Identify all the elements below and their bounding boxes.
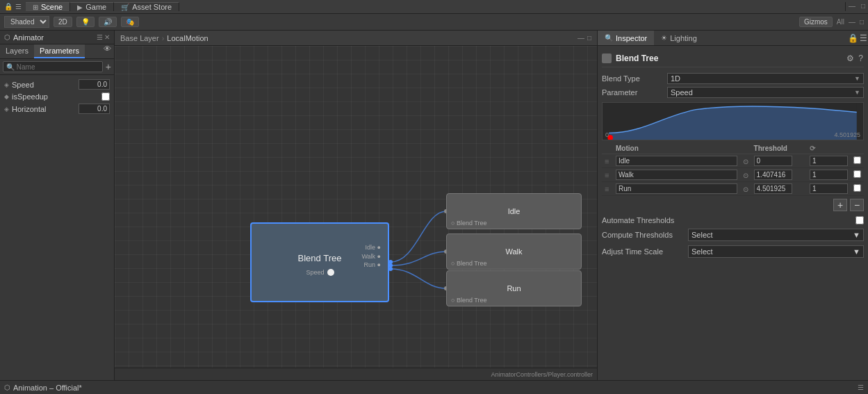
threshold-header: Threshold (751, 143, 807, 154)
param-horizontal: ◈ Horizontal (0, 102, 114, 115)
animator-title-bar: ⬡ Animator ☰ ✕ (0, 31, 114, 44)
tab-asset-store[interactable]: 🛒 Asset Store (114, 2, 179, 11)
motion-table-footer: + − (602, 196, 864, 214)
idle-motion-field[interactable] (616, 156, 737, 166)
inspector-settings-btn[interactable]: ⚙ (846, 53, 855, 64)
label-run: Run ● (361, 261, 381, 270)
run-target-btn[interactable]: ⊙ (743, 186, 748, 193)
walk-motion-field[interactable] (616, 170, 737, 180)
inspector-help-btn[interactable]: ? (858, 53, 864, 64)
automate-row: Automate Thresholds (602, 214, 864, 227)
motion-remove-btn[interactable]: − (850, 199, 864, 211)
horizontal-value[interactable] (79, 104, 110, 114)
parameters-tab-label: Parameters (40, 47, 79, 55)
idle-threshold-field[interactable] (754, 156, 792, 166)
adjust-dropdown[interactable]: Select ▼ (688, 245, 864, 258)
scene-toolbar: Shaded 2D 💡 🔊 🎭 Gizmos All — □ (0, 14, 868, 31)
parameter-dropdown[interactable]: Speed ▼ (667, 87, 864, 98)
breadcrumb-base-layer[interactable]: Base Layer (120, 34, 159, 42)
idle-check-cell (851, 154, 864, 168)
shaded-select[interactable]: Shaded (4, 16, 49, 28)
blend-type-row: Blend Type 1D ▼ (602, 72, 864, 85)
graph-maximize-btn[interactable]: □ (587, 34, 591, 42)
adjust-arrow: ▼ (853, 247, 860, 256)
animation-panel-bar: ⬡ Animation – Official* ☰ (0, 380, 868, 394)
scene-panel-minimize[interactable]: — (849, 18, 855, 26)
walk-checkbox[interactable] (853, 170, 861, 178)
all-label: All (837, 18, 844, 26)
scene-grid-icon: ⊞ (33, 3, 38, 11)
idle-target-cell: ⊙ (740, 154, 751, 168)
animator-close-btn[interactable]: ✕ (104, 33, 110, 41)
tab-scene-label: Scene (41, 3, 63, 11)
inspector-tab-spacer (704, 31, 847, 45)
scene-tabs: ⊞ Scene ▶ Game 🛒 Asset Store — □ (26, 2, 868, 11)
idle-value-field[interactable] (810, 156, 848, 166)
adjust-row: Adjust Time Scale Select ▼ (602, 243, 864, 260)
run-value-field[interactable] (810, 183, 848, 194)
param-isspeedup: ◆ isSpeedup (0, 91, 114, 102)
left-panel: ⬡ Animator ☰ ✕ Layers Parameters 👁 + (0, 31, 115, 380)
lighting-tab[interactable]: ☀ Lighting (654, 31, 704, 45)
run-motion-field[interactable] (616, 183, 737, 194)
main-row: ⬡ Animator ☰ ✕ Layers Parameters 👁 + (0, 31, 868, 380)
blend-type-dropdown[interactable]: 1D ▼ (667, 73, 864, 84)
params-add-btn[interactable]: + (106, 62, 111, 72)
graph-minimize-btn[interactable]: — (578, 34, 584, 42)
lights-button[interactable]: 💡 (76, 17, 95, 27)
label-walk: Walk ● (361, 252, 381, 261)
horizontal-type-icon: ◈ (4, 106, 9, 113)
bool-type-icon: ◆ (4, 93, 9, 100)
idle-target-btn[interactable]: ⊙ (743, 158, 748, 165)
horizontal-label: Horizontal (12, 105, 76, 113)
speed-value[interactable] (79, 79, 110, 90)
asset-store-icon: 🛒 (121, 3, 129, 11)
blend-tree-node[interactable]: Blend Tree Idle ● Walk ● Run ● Speed 0 (250, 222, 389, 302)
run-threshold-field[interactable] (754, 183, 792, 194)
game-play-icon: ▶ (77, 3, 83, 11)
walk-target-btn[interactable]: ⊙ (743, 172, 748, 179)
adjust-value: Select (691, 247, 713, 256)
run-node[interactable]: Run ○ Blend Tree (446, 270, 582, 306)
inspector-tab[interactable]: 🔍 Inspector (598, 31, 654, 45)
tab-scene[interactable]: ⊞ Scene (26, 2, 70, 11)
motion-add-btn[interactable]: + (833, 199, 847, 211)
scene-minimize-btn[interactable]: — (846, 2, 858, 11)
tab-game[interactable]: ▶ Game (70, 2, 114, 11)
lighting-tab-label: Lighting (670, 34, 697, 42)
scene-panel-maximize[interactable]: □ (860, 18, 864, 26)
animator-window-controls: ☰ ✕ (97, 33, 110, 41)
blend-type-arrow: ▼ (854, 75, 860, 82)
walk-connection-label: ○ Blend Tree (451, 260, 486, 267)
speed-type-icon: ◈ (4, 81, 9, 88)
anim-menu-btn[interactable]: ☰ (858, 384, 864, 391)
effects-button[interactable]: 🎭 (121, 17, 139, 27)
2d-button[interactable]: 2D (54, 17, 72, 27)
inspector-lock-btn[interactable]: 🔒 (847, 31, 859, 45)
animator-title-left: ⬡ Animator (4, 33, 44, 42)
animator-menu-btn[interactable]: ☰ (97, 33, 103, 41)
idle-checkbox[interactable] (853, 156, 861, 164)
motion-row-walk: ≡ ⊙ (602, 168, 864, 182)
automate-checkbox[interactable] (855, 216, 864, 224)
isspeedup-checkbox[interactable] (101, 92, 110, 101)
graph-area[interactable]: Blend Tree Idle ● Walk ● Run ● Speed 0 I (115, 46, 597, 368)
inspector-menu-btn[interactable]: ☰ (859, 31, 868, 45)
walk-target-cell: ⊙ (740, 168, 751, 182)
gizmos-button[interactable]: Gizmos (799, 17, 833, 27)
layers-tab[interactable]: Layers (0, 44, 34, 58)
parameters-tab[interactable]: Parameters (34, 44, 85, 58)
params-search-input[interactable] (3, 61, 103, 72)
scene-maximize-btn[interactable]: □ (858, 2, 868, 11)
walk-value-field[interactable] (810, 170, 848, 180)
params-eye-icon[interactable]: 👁 (101, 44, 114, 58)
compute-label: Compute Thresholds (602, 231, 685, 239)
idle-node[interactable]: Idle ○ Blend Tree (446, 193, 582, 229)
run-checkbox[interactable] (853, 184, 861, 192)
compute-dropdown[interactable]: Select ▼ (688, 229, 864, 241)
audio-button[interactable]: 🔊 (99, 17, 117, 27)
walk-threshold-field[interactable] (754, 170, 792, 180)
anim-icon: ⬡ (4, 384, 10, 391)
walk-node[interactable]: Walk ○ Blend Tree (446, 233, 582, 270)
breadcrumb-local-motion[interactable]: LocalMotion (167, 34, 208, 42)
